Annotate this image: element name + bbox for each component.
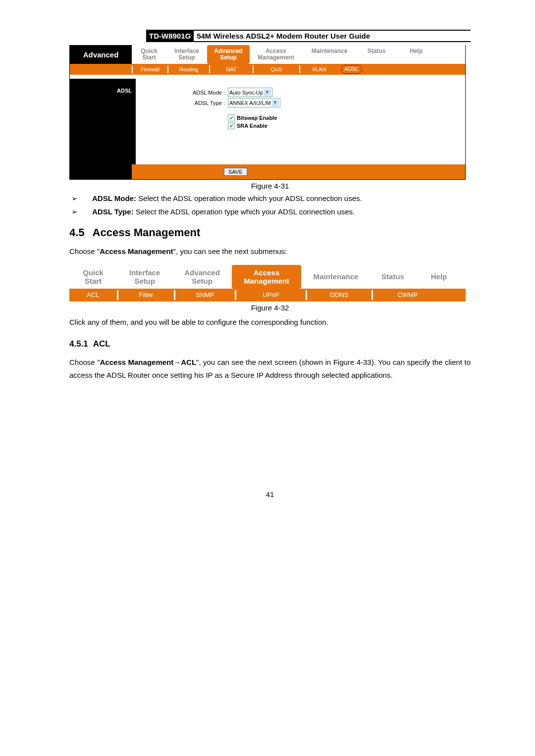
click-paragraph: Click any of them, and you will be able … [69,316,471,329]
tab-quick-start[interactable]: QuickStart [69,265,117,289]
adsl-type-label: ADSL Type : [136,100,228,106]
sra-label: SRA Enable [237,123,268,129]
heading-4-5-1: 4.5.1ACL [69,339,471,349]
subtab-filter[interactable]: Filter [117,290,174,300]
tab-interface-setup[interactable]: InterfaceSetup [166,45,207,64]
bitswap-label: Bitswap Enable [237,115,277,121]
subtab-cwmp[interactable]: CWMP [372,290,442,300]
adsl-mode-select[interactable]: Auto Sync-Up▾ [228,88,272,97]
subtab-adsl[interactable]: ADSL [341,65,362,74]
tab-advanced-setup[interactable]: AdvancedSetup [207,45,250,64]
figure-caption: Figure 4-31 [69,182,471,190]
bullet-icon [69,206,92,218]
tab-access-management[interactable]: AccessManagement [232,265,301,289]
subtab-routing[interactable]: Routing [167,65,209,73]
tab-help[interactable]: Help [415,265,463,289]
figure-4-31: Advanced QuickStart InterfaceSetup Advan… [69,45,471,190]
save-button[interactable]: SAVE [224,168,247,176]
bullet-list: ADSL Mode: Select the ADSL operation mod… [69,193,471,217]
subtab-qos[interactable]: QoS [253,65,299,73]
sub-tabs-row: Firewall Routing NAT QoS VLAN ADSL [70,64,465,75]
model-badge: TD-W8901G [146,31,194,41]
page-header: TD-W8901G 54M Wireless ADSL2+ Modem Rout… [146,30,471,42]
main-tabs-row-b: QuickStart InterfaceSetup AdvancedSetup … [69,265,466,289]
chevron-down-icon: ▾ [264,89,271,96]
tab-status[interactable]: Status [357,45,396,64]
tab-interface-setup[interactable]: InterfaceSetup [117,265,172,289]
subtab-snmp[interactable]: SNMP [174,290,235,300]
adsl-mode-label: ADSL Mode : [136,90,228,96]
guide-title: 54M Wireless ADSL2+ Modem Router User Gu… [194,31,471,41]
heading-4-5: 4.5Access Management [69,226,471,239]
sub-tabs-row-b: ACL Filter SNMP UPnP DDNS CWMP [69,289,466,302]
bitswap-checkbox[interactable]: ✔ [228,114,235,121]
subtab-nat[interactable]: NAT [209,65,253,73]
tab-help[interactable]: Help [396,45,436,64]
tab-advanced-setup[interactable]: AdvancedSetup [172,265,232,289]
subtab-firewall[interactable]: Firewall [132,65,167,73]
tab-quick-start[interactable]: QuickStart [132,45,166,64]
subtab-ddns[interactable]: DDNS [306,290,372,300]
figure-4-32: QuickStart InterfaceSetup AdvancedSetup … [69,265,466,302]
tab-status[interactable]: Status [371,265,415,289]
figure-caption: Figure 4-32 [69,303,471,312]
chevron-down-icon: ▾ [272,100,279,106]
tab-access-management[interactable]: AccessManagement [250,45,302,64]
bullet-icon [69,193,92,204]
page-number: 41 [69,490,471,499]
adsl-type-select[interactable]: ANNEX A/I/J/L/M▾ [228,98,280,107]
subtab-upnp[interactable]: UPnP [235,290,306,300]
main-tabs-row: Advanced QuickStart InterfaceSetup Advan… [70,45,465,64]
acl-paragraph: Choose "Access Management→ACL", you can … [69,356,471,381]
intro-paragraph: Choose "Access Management", you can see … [69,245,471,258]
side-title: Advanced [70,45,132,64]
subtab-acl[interactable]: ACL [69,290,117,300]
sra-checkbox[interactable]: ✔ [228,122,235,129]
subtab-vlan[interactable]: VLAN [299,65,338,73]
section-label: ADSL [70,79,136,164]
tab-maintenance[interactable]: Maintenance [302,45,357,64]
tab-maintenance[interactable]: Maintenance [301,265,371,289]
